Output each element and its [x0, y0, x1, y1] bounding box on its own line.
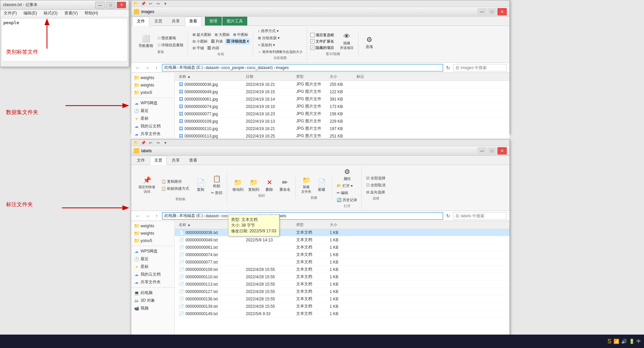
- forward-button-top[interactable]: →: [143, 64, 151, 71]
- file-row[interactable]: 📄000000000149.txt 2022/5/6 9:33 文本文档 1 K…: [175, 310, 509, 317]
- explorer-bottom-close-button[interactable]: ✕: [497, 147, 507, 155]
- sidebar-item-share-bottom[interactable]: ☁ 共享文件夹: [131, 278, 174, 286]
- qa-pin-icon[interactable]: 📌: [140, 1, 147, 7]
- taskbar-icon-sound[interactable]: 🔊: [621, 339, 627, 344]
- file-row[interactable]: 🖼000000000049.jpg 2022/4/19 16:15 JPG 图片…: [175, 88, 509, 96]
- explorer-bottom-minimize-button[interactable]: —: [477, 147, 487, 155]
- hidden-items-checkbox[interactable]: [310, 46, 315, 50]
- sidebar-item-video-bottom[interactable]: 📹 视频: [131, 304, 174, 312]
- up-button-top[interactable]: ↑: [153, 64, 161, 71]
- col-size-bottom[interactable]: 大小: [328, 222, 355, 227]
- file-row[interactable]: 📄000000000113.txt 2022/4/28 15:55 文本文档 1…: [175, 281, 509, 288]
- col-date-top[interactable]: 日期: [245, 74, 295, 79]
- file-ext-checkbox[interactable]: [310, 39, 315, 44]
- taskbar-time[interactable]: 中: [637, 339, 641, 344]
- taskbar-icon-network[interactable]: 📶: [613, 339, 619, 344]
- qa-redo-icon[interactable]: ↪: [155, 1, 161, 7]
- sidebar-item-share-top[interactable]: ☁ 共享文件夹: [131, 130, 174, 138]
- ribbon-tab-manage-top[interactable]: 管理: [205, 17, 222, 25]
- file-row[interactable]: 🖼000000000036.jpg 2022/4/19 16:21 JPG 图片…: [175, 81, 509, 88]
- ribbon-tab-home-top[interactable]: 主页: [150, 17, 167, 25]
- ribbon-tab-share-bottom[interactable]: 共享: [167, 156, 184, 165]
- refresh-button-top[interactable]: ↻: [444, 64, 452, 71]
- delete-button[interactable]: ✕ 删除: [262, 178, 277, 193]
- file-row[interactable]: 📄000000000139.txt 2022/4/28 15:55 文本文档 1…: [175, 303, 509, 310]
- open-button[interactable]: 📂 打开 ▾: [335, 183, 359, 189]
- explorer-top-minimize-button[interactable]: —: [477, 8, 487, 15]
- file-row[interactable]: 🖼000000000074.jpg 2022/4/19 16:10 JPG 图片…: [175, 103, 509, 110]
- notepad-menu-format[interactable]: 格式(O): [42, 10, 59, 17]
- col-tag-top[interactable]: 标记: [355, 74, 375, 79]
- qa-undo-icon[interactable]: ↩: [147, 1, 154, 7]
- refresh-button-bottom[interactable]: ↻: [444, 212, 452, 220]
- address-path-top[interactable]: 此电脑 › 本地磁盘 (E:) › dataset › coco_people …: [162, 64, 443, 71]
- view-tile-button[interactable]: ⊟ 平铺: [191, 45, 205, 51]
- ribbon-tab-home-bottom[interactable]: 主页: [150, 156, 167, 165]
- file-list-bottom[interactable]: 名称 ▲ 修改日期 类型 大小 📄000000000036.txt 2022/5…: [175, 221, 509, 348]
- notepad-close-button[interactable]: ✕: [117, 2, 126, 8]
- history-button[interactable]: 🔄 历史记录: [335, 197, 359, 203]
- qa-undo-icon-bottom[interactable]: ↩: [147, 140, 154, 146]
- group-by-button[interactable]: ⊞ 分组依据 ▾: [257, 35, 304, 41]
- pin-access-button[interactable]: 📌 固定到快速访问: [137, 175, 157, 195]
- qa-folder-icon[interactable]: 📁: [132, 1, 139, 7]
- up-button-bottom[interactable]: ↑: [153, 212, 161, 220]
- new-folder-button[interactable]: 📁 新建文件夹: [299, 175, 314, 195]
- sidebar-item-3d-bottom[interactable]: 🗂 3D 对象: [131, 297, 174, 304]
- sidebar-item-star-bottom[interactable]: ★ 星标: [131, 263, 174, 271]
- qa-redo-icon-bottom[interactable]: ↪: [155, 140, 161, 146]
- view-content-button[interactable]: ☰ 内容: [206, 45, 221, 51]
- sidebar-item-cloud-doc-bottom[interactable]: ☁ 我的云文档: [131, 271, 174, 278]
- invert-select-button[interactable]: ⊟ 反向选择: [365, 189, 387, 195]
- back-button-top[interactable]: ←: [134, 64, 142, 71]
- view-small-button[interactable]: ⊟ 小图标: [191, 38, 209, 45]
- taskbar-icon-s[interactable]: S: [607, 338, 611, 345]
- sidebar-item-yolov5-top[interactable]: 📁 yolov5: [131, 89, 174, 96]
- sidebar-item-wps-bottom[interactable]: ☁ WPS网盘: [131, 247, 174, 255]
- view-large-button[interactable]: ⊞ 大图标: [213, 32, 231, 38]
- sidebar-item-star-top[interactable]: ★ 星标: [131, 115, 174, 122]
- copy-button[interactable]: 📄 复制: [193, 178, 208, 193]
- detail-info-button[interactable]: □ 详细信息窗格: [157, 42, 185, 48]
- add-col-button[interactable]: + 添加列 ▾: [257, 42, 304, 48]
- notepad-minimize-button[interactable]: —: [95, 2, 105, 8]
- file-row[interactable]: 📄000000000074.txt 文本文档 1 KB: [175, 251, 509, 258]
- file-row[interactable]: 📄000000000077.txt 文本文档 1 KB: [175, 258, 509, 266]
- explorer-bottom-maximize-button[interactable]: □: [487, 147, 497, 155]
- qa-folder-icon-bottom[interactable]: 📁: [132, 140, 139, 146]
- notepad-menu-edit[interactable]: 编辑(E): [21, 10, 39, 17]
- explorer-top-close-button[interactable]: ✕: [497, 8, 507, 15]
- copy-path-button[interactable]: 📋 复制路径: [160, 178, 191, 185]
- view-list-button[interactable]: ☰ 列表: [210, 38, 224, 45]
- sidebar-item-wps-top[interactable]: ☁ WPS网盘: [131, 99, 174, 107]
- sidebar-item-weights1-top[interactable]: 📁 weights: [131, 74, 174, 81]
- notepad-menu-view[interactable]: 查看(V): [62, 10, 80, 17]
- nav-pane-button[interactable]: ⬜ 导航窗格: [137, 34, 155, 49]
- properties-button[interactable]: ⚙ 属性: [335, 167, 359, 182]
- sidebar-item-weights2-top[interactable]: 📁 weights: [131, 81, 174, 89]
- col-type-bottom[interactable]: 类型: [295, 222, 328, 227]
- ribbon-tab-tools-top[interactable]: 图片工具: [222, 17, 247, 25]
- fit-col-button[interactable]: ↔ 将所有列调整为合适的大小: [257, 49, 304, 55]
- file-row[interactable]: 🖼000000000110.jpg 2022/4/19 16:21 JPG 图片…: [175, 125, 509, 132]
- paste-button[interactable]: 📋 粘贴: [209, 174, 224, 189]
- file-row[interactable]: 🖼000000000061.jpg 2022/4/19 16:14 JPG 图片…: [175, 96, 509, 103]
- preview-pane-button[interactable]: □ 预览窗格: [157, 35, 185, 41]
- sidebar-item-weights1-bottom[interactable]: 📁 weights: [131, 222, 174, 230]
- search-input-top[interactable]: [453, 64, 507, 71]
- file-row[interactable]: 🖼000000000113.jpg 2022/4/19 16:25 JPG 图片…: [175, 132, 509, 140]
- sidebar-item-recent-top[interactable]: 🕐 最近: [131, 107, 174, 115]
- edit-button[interactable]: ✏ 编辑: [335, 190, 359, 196]
- select-all-button[interactable]: ☑ 全部选择: [365, 175, 387, 181]
- file-row[interactable]: 📄000000000061.txt 文本文档 1 KB: [175, 244, 509, 251]
- back-button-bottom[interactable]: ←: [134, 212, 142, 220]
- view-detail-button[interactable]: ☰ 详细信息 ▾: [225, 38, 250, 45]
- forward-button-bottom[interactable]: →: [143, 212, 151, 220]
- cut-button[interactable]: ✂ 剪切: [210, 190, 224, 196]
- file-row[interactable]: 📄000000000109.txt 2022/4/28 15:55 文本文档 1…: [175, 266, 509, 273]
- project-copy-checkbox[interactable]: [310, 33, 315, 37]
- file-row[interactable]: 🖼000000000077.jpg 2022/4/19 16:23 JPG 图片…: [175, 110, 509, 118]
- qa-pin-icon-bottom[interactable]: 📌: [140, 140, 147, 146]
- ribbon-tab-file-top[interactable]: 文件: [132, 17, 149, 26]
- sidebar-item-cloud-doc-top[interactable]: ☁ 我的云文档: [131, 122, 174, 130]
